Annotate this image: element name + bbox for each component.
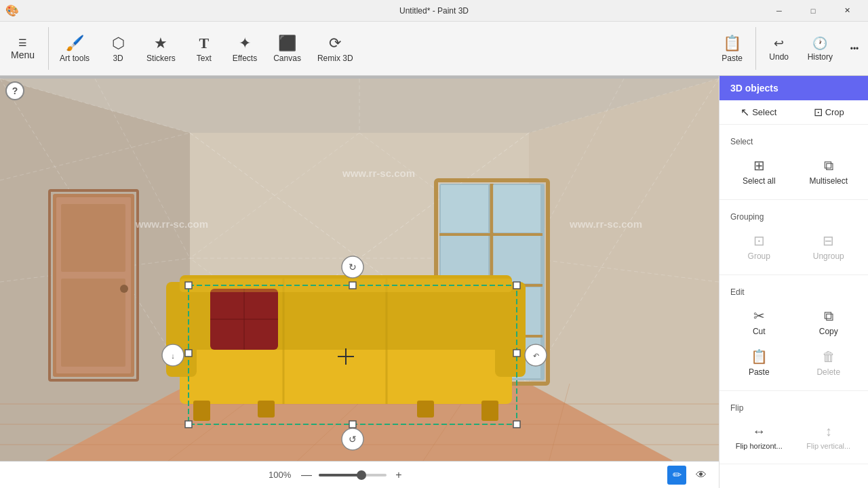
history-button[interactable]: 🕐 History	[800, 22, 841, 75]
flip-grid: ↔ Flip horizont... ↕ Flip vertical...	[719, 415, 868, 458]
select-tool-button[interactable]: ↖ Select	[725, 103, 793, 121]
zoom-in-button[interactable]: +	[391, 467, 407, 483]
crop-tool-button[interactable]: ⊡ Crop	[795, 103, 863, 121]
svg-text:↺: ↺	[349, 434, 357, 445]
ribbon-divider-2	[755, 27, 756, 70]
zoom-slider-fill	[319, 474, 359, 476]
svg-point-35	[120, 285, 128, 293]
ribbon-text[interactable]: T Text	[184, 22, 224, 75]
svg-rect-33	[61, 204, 125, 272]
svg-rect-60	[417, 401, 434, 418]
window-title: Untitled* - Paint 3D	[399, 6, 469, 16]
svg-rect-78	[349, 282, 356, 289]
ribbon: ☰ Menu 🖌️ Art tools ⬡ 3D ★ Stickers T Te…	[0, 22, 868, 76]
group-button[interactable]: ⊡ Group	[725, 227, 793, 266]
more-icon: •••	[850, 44, 859, 54]
bottom-bar: 100% — + ✏ 👁	[0, 461, 719, 488]
eye-button[interactable]: 👁	[692, 466, 711, 485]
svg-rect-81	[513, 350, 520, 357]
ribbon-3d[interactable]: ⬡ 3D	[98, 22, 138, 75]
ungroup-icon: ⊟	[823, 232, 834, 249]
multiselect-button[interactable]: ⧉ Multiselect	[795, 152, 863, 191]
flip-vertical-icon: ↕	[825, 424, 832, 439]
select-icon: ↖	[741, 106, 749, 119]
svg-rect-74	[185, 282, 192, 289]
paste-button[interactable]: 📋 Paste	[712, 22, 753, 75]
ribbon-remix3d[interactable]: ⟳ Remix 3D	[309, 22, 361, 75]
svg-rect-56	[495, 282, 526, 377]
menu-button[interactable]: ☰ Menu	[0, 22, 45, 75]
edit-grid: ✂ Cut ⧉ Copy 📋 Paste 🗑 Delete	[719, 300, 868, 385]
app-icon: 🎨	[5, 4, 19, 17]
paste-panel-icon: 📋	[751, 348, 768, 365]
svg-text:↻: ↻	[349, 262, 357, 272]
flip-horizontal-icon: ↔	[752, 424, 766, 439]
zoom-percent: 100%	[269, 470, 294, 480]
undo-icon: ↩	[774, 36, 784, 51]
svg-text:www.rr-sc.com: www.rr-sc.com	[342, 167, 415, 179]
ribbon-art-tools[interactable]: 🖌️ Art tools	[52, 22, 98, 75]
zoom-slider[interactable]	[319, 474, 387, 476]
bottom-right-icons: ✏ 👁	[667, 466, 711, 485]
svg-rect-43	[441, 185, 488, 232]
select-all-button[interactable]: ⊞ Select all	[725, 152, 793, 191]
select-grid: ⊞ Select all ⧉ Multiselect	[719, 149, 868, 194]
flip-vertical-button[interactable]: ↕ Flip vertical...	[795, 418, 863, 455]
help-button[interactable]: ?	[5, 81, 24, 100]
3d-icon: ⬡	[112, 35, 125, 52]
art-tools-icon: 🖌️	[66, 35, 84, 52]
svg-rect-77	[513, 421, 520, 428]
canvas-area[interactable]: ?	[0, 76, 719, 488]
svg-text:www.rr-sc.com: www.rr-sc.com	[569, 218, 642, 230]
svg-rect-57	[193, 401, 210, 421]
ribbon-right: 📋 Paste ↩ Undo 🕐 History •••	[712, 22, 868, 75]
pencil-tool-button[interactable]: ✏	[667, 466, 686, 485]
minimize-button[interactable]: ─	[764, 0, 795, 22]
flip-section-header: Flip	[719, 396, 868, 415]
panel-header: 3D objects	[719, 76, 868, 100]
maximize-button[interactable]: □	[797, 0, 829, 22]
svg-rect-34	[61, 279, 125, 367]
more-button[interactable]: •••	[841, 22, 868, 75]
flip-horizontal-button[interactable]: ↔ Flip horizont...	[725, 418, 793, 455]
close-button[interactable]: ✕	[831, 0, 863, 22]
svg-rect-44	[493, 185, 540, 232]
cut-button[interactable]: ✂ Cut	[725, 302, 793, 342]
ungroup-button[interactable]: ⊟ Ungroup	[795, 227, 863, 266]
history-icon: 🕐	[812, 36, 827, 51]
text-icon: T	[199, 35, 209, 52]
stickers-icon: ★	[154, 35, 167, 52]
svg-rect-79	[349, 421, 356, 428]
copy-button[interactable]: ⧉ Copy	[795, 302, 863, 342]
copy-icon: ⧉	[824, 308, 833, 324]
svg-text:↓: ↓	[171, 352, 175, 360]
svg-rect-59	[258, 401, 275, 418]
scene-svg: www.rr-sc.com www.rr-sc.com www.rr-sc.co…	[0, 76, 719, 488]
edit-section-header: Edit	[719, 281, 868, 300]
svg-text:www.rr-sc.com: www.rr-sc.com	[135, 218, 208, 230]
grouping-section: Grouping ⊡ Group ⊟ Ungroup	[719, 200, 868, 275]
menu-icon: ☰	[18, 37, 27, 48]
delete-icon: 🗑	[822, 349, 835, 365]
zoom-controls: 100% — +	[269, 467, 407, 483]
paste-icon: 📋	[723, 35, 741, 52]
ribbon-effects[interactable]: ✦ Effects	[224, 22, 265, 75]
effects-icon: ✦	[239, 35, 251, 52]
remix3d-icon: ⟳	[329, 35, 341, 52]
select-section: Select ⊞ Select all ⧉ Multiselect	[719, 125, 868, 200]
ribbon-stickers[interactable]: ★ Stickers	[138, 22, 184, 75]
undo-button[interactable]: ↩ Undo	[759, 22, 800, 75]
grouping-section-header: Grouping	[719, 205, 868, 224]
ribbon-canvas[interactable]: ⬛ Canvas	[265, 22, 309, 75]
zoom-slider-thumb[interactable]	[357, 470, 366, 480]
ribbon-divider	[48, 27, 49, 70]
grouping-grid: ⊡ Group ⊟ Ungroup	[719, 224, 868, 269]
flip-section: Flip ↔ Flip horizont... ↕ Flip vertical.…	[719, 391, 868, 464]
titlebar: 🎨 Untitled* - Paint 3D ─ □ ✕	[0, 0, 868, 22]
multiselect-icon: ⧉	[824, 158, 833, 174]
paste-panel-button[interactable]: 📋 Paste	[725, 343, 793, 382]
main-layout: ?	[0, 76, 868, 488]
zoom-out-button[interactable]: —	[298, 467, 315, 483]
delete-button[interactable]: 🗑 Delete	[795, 343, 863, 382]
svg-rect-58	[481, 401, 498, 421]
